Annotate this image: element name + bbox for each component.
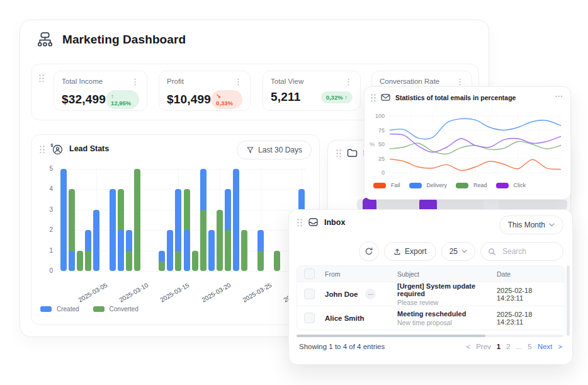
- bar-segment: [159, 261, 165, 271]
- horizontal-scrollbar[interactable]: [297, 335, 563, 337]
- date-filter-label: Last 30 Days: [258, 146, 302, 154]
- email-chart-legend: FailDeliveryReadClick: [373, 182, 526, 188]
- stat-value: 5,211: [271, 90, 301, 104]
- search-input[interactable]: [501, 246, 560, 256]
- drag-handle[interactable]: [38, 74, 44, 82]
- legend-item: Read: [456, 182, 487, 188]
- x-axis-tick: 2025-03-05: [77, 282, 108, 304]
- email-line-chart: [390, 111, 561, 176]
- pagination-item[interactable]: >: [558, 343, 562, 350]
- kebab-menu-icon[interactable]: ⋮: [344, 78, 353, 86]
- vertical-scrollbar[interactable]: [567, 265, 570, 336]
- kebab-menu-icon[interactable]: ⋮: [456, 78, 464, 86]
- stat-value: $10,499: [167, 93, 211, 106]
- envelope-icon: [381, 93, 390, 101]
- lead-stats-card: $ Lead Stats Last 30 Days CreatedConvert…: [31, 134, 320, 325]
- inbox-row[interactable]: John Doe⋯[Urgent] System update required…: [297, 282, 564, 306]
- bar-segment: [110, 189, 116, 271]
- stat-label: Profit: [167, 78, 184, 85]
- pagination-item[interactable]: 5: [528, 343, 531, 350]
- row-menu-button[interactable]: ⋯: [365, 289, 376, 299]
- pagination-item[interactable]: Next: [538, 343, 553, 350]
- period-select[interactable]: This Month: [499, 215, 563, 234]
- period-select-label: This Month: [508, 221, 545, 229]
- stat-label: Total Income: [62, 78, 103, 85]
- inbox-tray-icon: [308, 217, 319, 227]
- bar-segment: [241, 230, 247, 271]
- date-filter-button[interactable]: Last 30 Days: [237, 141, 312, 159]
- y-axis-tick: 0: [39, 267, 53, 274]
- inbox-row[interactable]: Alice SmithMeeting rescheduledNew time p…: [297, 306, 564, 330]
- bar-segment: [93, 210, 99, 271]
- inbox-table: From Subject Date John Doe⋯[Urgent] Syst…: [297, 265, 565, 330]
- drag-handle[interactable]: [39, 145, 45, 153]
- bar-segment: [69, 251, 75, 271]
- bar-segment: [233, 169, 239, 271]
- inbox-card: Inbox This Month: [288, 209, 573, 365]
- y-axis-tick: 100: [372, 113, 385, 119]
- legend-item: Created: [40, 306, 79, 313]
- page-size-select[interactable]: 25: [441, 242, 475, 261]
- stat-label: Conversation Rate: [380, 78, 439, 85]
- bar-segment: [60, 169, 67, 271]
- stat-label: Total View: [271, 78, 303, 85]
- refresh-icon: [365, 247, 373, 256]
- svg-text:$: $: [50, 143, 53, 148]
- search-box[interactable]: [480, 242, 563, 261]
- email-stats-card: Statistics of total emails in percentage…: [364, 86, 571, 200]
- legend-item: Click: [496, 182, 526, 188]
- drag-handle[interactable]: [297, 218, 302, 226]
- refresh-button[interactable]: [359, 241, 379, 261]
- y-axis-tick: 75: [372, 127, 385, 134]
- kebab-menu-icon[interactable]: ⋮: [131, 78, 139, 86]
- legend-swatch: [496, 183, 509, 188]
- page-size-value: 25: [449, 247, 458, 256]
- legend-swatch: [456, 183, 468, 188]
- row-checkbox[interactable]: [304, 313, 315, 323]
- bar-segment: [85, 251, 91, 271]
- folder-icon: [347, 148, 358, 158]
- ellipsis-menu-icon[interactable]: ⋯: [555, 92, 563, 100]
- org-chart-icon: [35, 32, 55, 47]
- x-axis-tick: 2025-03-20: [200, 282, 232, 304]
- pagination-item[interactable]: Prev: [476, 343, 491, 350]
- pagination-item[interactable]: 2: [506, 343, 510, 350]
- pagination-item[interactable]: ...: [516, 343, 523, 350]
- kebab-menu-icon[interactable]: ⋮: [234, 78, 242, 86]
- stat-value: $32,499: [62, 93, 106, 106]
- table-header-row: From Subject Date: [297, 266, 564, 282]
- legend-swatch: [93, 306, 105, 312]
- bar-segment: [257, 251, 264, 271]
- stat-card-total-view: Total View ⋮ 5,211 0,32% ↑: [263, 71, 361, 111]
- bar-segment: [134, 169, 140, 271]
- y-axis-tick: 2: [39, 226, 53, 233]
- column-header-date[interactable]: Date: [493, 266, 564, 282]
- x-axis-tick: 2025-03-15: [159, 282, 191, 304]
- legend-item: Converted: [93, 306, 139, 313]
- inbox-toolbar: Export 25: [359, 241, 563, 261]
- trend-badge: 0,32% ↑: [321, 91, 353, 103]
- select-all-checkbox[interactable]: [304, 268, 315, 279]
- bar-segment: [126, 251, 132, 271]
- legend-item: Delivery: [409, 182, 448, 188]
- pagination-item[interactable]: <: [466, 343, 470, 350]
- y-axis-tick: 3: [39, 206, 53, 213]
- pagination-item[interactable]: 1: [497, 343, 500, 350]
- export-button[interactable]: Export: [384, 242, 436, 261]
- bar-segment: [184, 230, 190, 271]
- bar-segment: [192, 251, 198, 271]
- email-date: 2025-02-18 14:23:11: [497, 311, 560, 326]
- email-preview: New time proposal: [397, 319, 466, 326]
- row-checkbox[interactable]: [304, 289, 315, 299]
- column-header-from[interactable]: From: [321, 266, 393, 282]
- horizontal-scrollbar-thumb[interactable]: [297, 335, 485, 337]
- page-title: Marketing Dashboard: [62, 33, 186, 47]
- drag-handle[interactable]: [370, 93, 376, 101]
- legend-label: Converted: [110, 306, 139, 313]
- drag-handle[interactable]: [336, 149, 341, 157]
- email-date: 2025-02-18 14:23:11: [497, 287, 560, 302]
- chevron-down-icon: [549, 223, 555, 227]
- y-axis-tick: 25: [372, 156, 385, 162]
- funnel-icon: [246, 146, 254, 154]
- column-header-subject[interactable]: Subject: [393, 266, 493, 282]
